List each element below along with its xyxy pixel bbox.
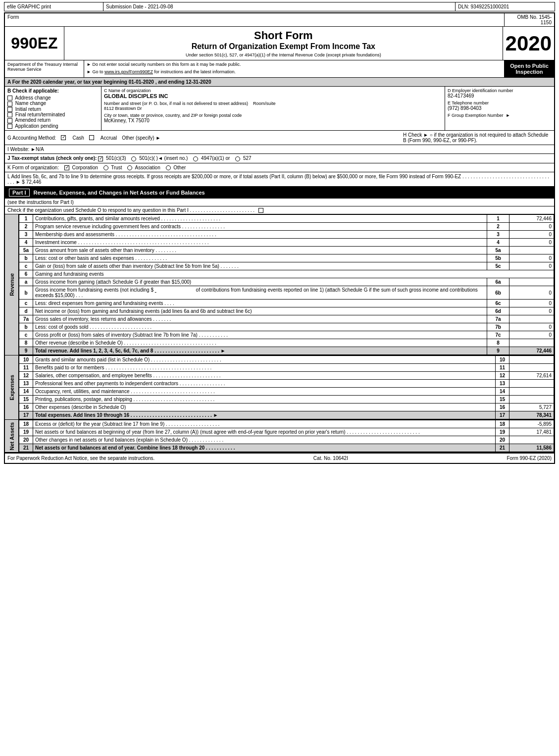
omb-row: Form OMB No. 1545-1150 [5, 13, 554, 27]
line8-linenum: 8 [487, 339, 509, 347]
form-title-center: Short Form Return of Organization Exempt… [64, 27, 503, 60]
part1-title: Revenue, Expenses, and Changes in Net As… [34, 190, 550, 196]
table-row: c Gain or (loss) from sale of assets oth… [19, 262, 554, 270]
j-527-radio[interactable] [235, 156, 240, 161]
final-checkbox[interactable] [7, 112, 12, 117]
name-change-label: Name change [15, 101, 46, 106]
k-trust-radio[interactable] [103, 165, 108, 170]
line12-linenum: 12 [496, 372, 509, 380]
table-row: 13 Professional fees and other payments … [19, 380, 554, 388]
form-footer: For Paperwork Reduction Act Notice, see … [5, 453, 554, 463]
line2-num: 2 [19, 223, 33, 231]
line7b-desc: Less: cost of goods sold . . . . . . . .… [33, 323, 487, 331]
cash-checkbox[interactable] [61, 135, 66, 140]
k-assoc-radio[interactable] [127, 165, 132, 170]
line6a-num: a [19, 278, 33, 286]
table-row: 10 Grants and similar amounts paid (list… [19, 356, 554, 364]
table-row: 19 Net assets or fund balances at beginn… [19, 428, 554, 436]
check-b-col: B Check if applicable: Address change Na… [5, 87, 102, 130]
line20-desc: Other changes in net assets or fund bala… [33, 436, 496, 444]
form-title2: Return of Organization Exempt From Incom… [67, 42, 500, 51]
expenses-table: 10 Grants and similar amounts paid (list… [19, 355, 554, 419]
application-checkbox[interactable] [7, 124, 12, 129]
j-4947-radio[interactable] [193, 156, 198, 161]
k-corp-checkbox[interactable] [64, 165, 69, 170]
line6a-desc: Gross income from gaming (attach Schedul… [33, 278, 487, 286]
k-other-radio[interactable] [166, 165, 171, 170]
room-suite: Room/suite [253, 101, 276, 111]
city-label: City or town, state or province, country… [104, 113, 442, 118]
part1-label: Part I [9, 189, 30, 197]
line5a-desc: Gross amount from sale of assets other t… [33, 247, 487, 254]
line12-num: 12 [19, 372, 33, 380]
initial-checkbox[interactable] [7, 107, 12, 112]
e-value: (972) 898-0403 [448, 105, 552, 111]
notices-content: ► Do not enter social security numbers o… [84, 60, 505, 77]
tax-status-row: J Tax-exempt status (check only one): 50… [5, 154, 554, 163]
line15-desc: Printing, publications, postage, and shi… [33, 396, 496, 403]
line2-amount: 0 [509, 223, 554, 231]
table-row: d Net income or (loss) from gaming and f… [19, 307, 554, 315]
line16-num: 16 [19, 403, 33, 411]
address-checkbox[interactable] [7, 96, 12, 101]
amended-checkbox[interactable] [7, 118, 12, 123]
j-501c3-checkbox[interactable] [98, 156, 103, 161]
line21-num: 21 [19, 444, 33, 452]
line3-amount: 0 [509, 231, 554, 239]
line5c-amount: 0 [509, 262, 554, 270]
j-501c3: 501(c)(3) [106, 155, 126, 161]
table-row: 17 Total expenses. Add lines 10 through … [19, 411, 554, 419]
line17-num: 17 [19, 411, 33, 419]
line12-desc: Salaries, other compensation, and employ… [33, 372, 496, 380]
part1-check-text: Check if the organization used Schedule … [7, 207, 254, 213]
part1-header: Part I Revenue, Expenses, and Changes in… [5, 187, 554, 199]
line6d-desc: Net income or (loss) from gaming and fun… [33, 307, 487, 315]
j-501c-radio[interactable] [131, 156, 136, 161]
d-value: 82-4173469 [448, 93, 552, 99]
line5a-amount [509, 247, 554, 254]
line10-desc: Grants and similar amounts paid (list in… [33, 356, 496, 364]
h-label: H Check ► ○ if the organization is not r… [403, 132, 552, 143]
net-assets-label: Net Assets [9, 422, 15, 450]
schedule-o-checkbox[interactable] [258, 208, 263, 213]
l-row: L Add lines 5b, 6c, and 7b to line 9 to … [5, 172, 554, 187]
address-value: 8112 Brasstown Dr [104, 106, 142, 111]
submission-date-text: Submission Date - 2021-09-08 [106, 4, 173, 9]
revenue-label-col: Revenue [5, 214, 19, 355]
notices-row: Department of the Treasury Internal Reve… [5, 60, 554, 78]
line4-linenum: 4 [487, 239, 509, 247]
line7a-sub: 7a [487, 315, 509, 323]
k-other: Other [173, 165, 186, 170]
address-street-row: Number and street (or P. O. box, if mail… [104, 101, 442, 111]
net-assets-table: 18 Excess or (deficit) for the year (Sub… [19, 420, 554, 452]
line14-num: 14 [19, 388, 33, 396]
irs-link[interactable]: www.irs.gov/Form990EZ [104, 69, 153, 74]
form-container: Form OMB No. 1545-1150 990EZ Short Form … [4, 12, 555, 464]
table-row: 5a Gross amount from sale of assets othe… [19, 247, 554, 254]
line6c-desc: Less: direct expenses from gaming and fu… [33, 300, 487, 307]
table-row: 6 Gaming and fundraising events [19, 270, 554, 278]
k-trust: Trust [111, 165, 122, 170]
table-row: 16 Other expenses (describe in Schedule … [19, 403, 554, 411]
net-assets-section: Net Assets 18 Excess or (deficit) for th… [5, 420, 554, 453]
accrual-checkbox[interactable] [89, 135, 94, 140]
check-address: Address change [7, 95, 99, 101]
notice1: ► Do not enter social security numbers o… [87, 62, 502, 67]
check-b-label: B Check if applicable: [7, 88, 99, 94]
line5a-num: 5a [19, 247, 33, 254]
line20-num: 20 [19, 436, 33, 444]
line7c-amount: 0 [509, 331, 554, 339]
line15-amount [509, 396, 554, 403]
form-number-box: 990EZ [5, 27, 64, 60]
revenue-content: 1 Contributions, gifts, grants, and simi… [19, 214, 554, 355]
form-year: 2020 [506, 33, 552, 54]
table-row: 2 Program service revenue including gove… [19, 223, 554, 231]
revenue-section: Revenue 1 Contributions, gifts, grants, … [5, 214, 554, 355]
table-row: 11 Benefits paid to or for members . . .… [19, 364, 554, 372]
line6c-num: c [19, 300, 33, 307]
name-checkbox[interactable] [7, 101, 12, 106]
line16-desc: Other expenses (describe in Schedule O) [33, 403, 496, 411]
k-corp: Corporation [72, 165, 98, 170]
line7c-num: c [19, 331, 33, 339]
address-label-text: Number and street (or P. O. box, if mail… [104, 101, 248, 106]
